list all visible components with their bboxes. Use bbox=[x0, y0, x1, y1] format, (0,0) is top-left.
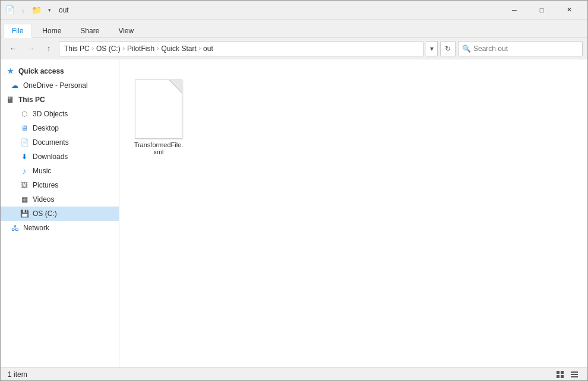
forward-button[interactable]: → bbox=[23, 41, 39, 56]
sidebar-item-label-downloads: Downloads bbox=[33, 153, 68, 161]
sidebar-item-desktop[interactable]: 🖥 Desktop bbox=[1, 121, 119, 135]
maximize-button[interactable]: □ bbox=[528, 1, 555, 20]
cloud-icon: ☁ bbox=[10, 81, 20, 90]
sidebar-item-documents[interactable]: 📄 Documents bbox=[1, 135, 119, 150]
breadcrumb-arrow-1: › bbox=[92, 45, 94, 52]
window-controls: ─ □ ✕ bbox=[501, 1, 583, 20]
sidebar-item-this-pc[interactable]: 🖥 This PC bbox=[1, 93, 119, 107]
sidebar-item-label-network: Network bbox=[23, 224, 49, 232]
grid-view-icon bbox=[556, 370, 564, 379]
svg-rect-4 bbox=[571, 372, 578, 373]
breadcrumb-os: OS (C:) bbox=[96, 45, 121, 53]
up-button[interactable]: ↑ bbox=[41, 41, 56, 56]
tab-home[interactable]: Home bbox=[33, 24, 70, 37]
sidebar-item-label-documents: Documents bbox=[33, 138, 69, 147]
breadcrumb-out: out bbox=[203, 45, 213, 53]
main-area: ★ Quick access ☁ OneDrive - Personal 🖥 T… bbox=[1, 59, 587, 367]
breadcrumb-arrow-3: › bbox=[157, 45, 159, 52]
address-bar-row: ← → ↑ This PC › OS (C:) › PilotFish › Qu… bbox=[1, 38, 587, 59]
search-input[interactable] bbox=[473, 45, 578, 53]
title-bar-icons: 📄 ↓ 📁 ▾ bbox=[5, 5, 54, 15]
drive-icon: 💾 bbox=[20, 209, 29, 218]
address-breadcrumb[interactable]: This PC › OS (C:) › PilotFish › Quick St… bbox=[59, 41, 423, 56]
pc-icon: 🖥 bbox=[5, 95, 15, 104]
tab-share[interactable]: Share bbox=[71, 24, 108, 37]
breadcrumb-arrow-4: › bbox=[199, 45, 201, 52]
refresh-button[interactable]: ↻ bbox=[440, 41, 456, 56]
app-icon-1: 📄 bbox=[5, 5, 15, 15]
file-corner-fold bbox=[170, 80, 182, 92]
sidebar-item-onedrive[interactable]: ☁ OneDrive - Personal bbox=[1, 78, 119, 93]
address-dropdown-button[interactable]: ▾ bbox=[426, 41, 438, 56]
minimize-button[interactable]: ─ bbox=[501, 1, 528, 20]
content-area: TransformedFile.xml bbox=[119, 59, 587, 367]
search-box[interactable]: 🔍 bbox=[458, 41, 583, 56]
svg-rect-3 bbox=[561, 375, 564, 378]
file-icon-wrapper bbox=[132, 74, 185, 139]
sidebar-item-os-c[interactable]: 💾 OS (C:) bbox=[1, 207, 119, 221]
tab-view[interactable]: View bbox=[109, 24, 143, 37]
sidebar-item-music[interactable]: ♪ Music bbox=[1, 164, 119, 178]
sidebar-item-label-pictures: Pictures bbox=[33, 181, 58, 189]
file-item-transformed[interactable]: TransformedFile.xml bbox=[129, 69, 188, 160]
svg-rect-5 bbox=[571, 374, 578, 375]
sidebar-item-label-onedrive: OneDrive - Personal bbox=[23, 81, 88, 90]
file-name: TransformedFile.xml bbox=[134, 141, 184, 155]
breadcrumb-arrow-2: › bbox=[123, 45, 125, 52]
svg-rect-6 bbox=[571, 376, 578, 377]
documents-icon: 📄 bbox=[20, 138, 29, 147]
search-icon: 🔍 bbox=[462, 45, 471, 53]
refresh-icon: ↻ bbox=[445, 45, 451, 53]
dropdown-icon: ▾ bbox=[45, 5, 54, 15]
dropdown-arrow-icon: ▾ bbox=[430, 45, 434, 53]
sidebar-item-pictures[interactable]: 🖼 Pictures bbox=[1, 178, 119, 192]
breadcrumb-this-pc: This PC bbox=[64, 45, 90, 53]
desktop-icon: 🖥 bbox=[20, 123, 29, 133]
sidebar-item-quick-access[interactable]: ★ Quick access bbox=[1, 64, 119, 78]
svg-rect-1 bbox=[561, 371, 564, 374]
back-button[interactable]: ← bbox=[5, 41, 21, 56]
sidebar-item-network[interactable]: 🖧 Network bbox=[1, 221, 119, 235]
breadcrumb-pilotfish: PilotFish bbox=[127, 45, 154, 53]
svg-rect-2 bbox=[557, 375, 559, 378]
downloads-icon: ⬇ bbox=[20, 152, 29, 161]
network-icon: 🖧 bbox=[10, 223, 20, 233]
sidebar-item-3d-objects[interactable]: ⬡ 3D Objects bbox=[1, 107, 119, 121]
sidebar-item-label-os-c: OS (C:) bbox=[33, 209, 57, 218]
sidebar-item-label-desktop: Desktop bbox=[33, 124, 59, 132]
sidebar-item-label-videos: Videos bbox=[33, 195, 54, 204]
sidebar-item-label-3d-objects: 3D Objects bbox=[33, 110, 68, 118]
file-page bbox=[135, 80, 182, 139]
app-icon-2: ↓ bbox=[18, 5, 28, 15]
list-view-icon bbox=[570, 370, 578, 379]
view-controls bbox=[554, 369, 580, 380]
grid-view-button[interactable] bbox=[554, 369, 566, 380]
item-count: 1 item bbox=[8, 370, 27, 379]
breadcrumb-quickstart: Quick Start bbox=[161, 45, 196, 53]
status-bar: 1 item bbox=[1, 367, 587, 380]
star-icon: ★ bbox=[5, 66, 15, 76]
sidebar: ★ Quick access ☁ OneDrive - Personal 🖥 T… bbox=[1, 59, 119, 367]
sidebar-item-videos[interactable]: ▦ Videos bbox=[1, 192, 119, 207]
ribbon: File Home Share View bbox=[1, 20, 587, 38]
window-title: out bbox=[59, 6, 501, 14]
ribbon-tabs: File Home Share View bbox=[1, 20, 587, 37]
file-grid: TransformedFile.xml bbox=[129, 69, 578, 160]
title-bar: 📄 ↓ 📁 ▾ out ─ □ ✕ bbox=[1, 1, 587, 20]
sidebar-item-label-quick-access: Quick access bbox=[18, 67, 64, 75]
tab-file[interactable]: File bbox=[3, 24, 32, 38]
3d-icon: ⬡ bbox=[20, 109, 29, 119]
music-icon: ♪ bbox=[20, 166, 29, 176]
videos-icon: ▦ bbox=[20, 195, 29, 204]
pictures-icon: 🖼 bbox=[20, 180, 29, 190]
sidebar-item-label-this-pc: This PC bbox=[18, 96, 45, 104]
sidebar-item-label-music: Music bbox=[33, 167, 51, 175]
list-view-button[interactable] bbox=[568, 369, 580, 380]
sidebar-item-downloads[interactable]: ⬇ Downloads bbox=[1, 150, 119, 164]
svg-rect-0 bbox=[557, 371, 559, 374]
folder-icon: 📁 bbox=[31, 5, 41, 15]
close-button[interactable]: ✕ bbox=[555, 1, 583, 20]
